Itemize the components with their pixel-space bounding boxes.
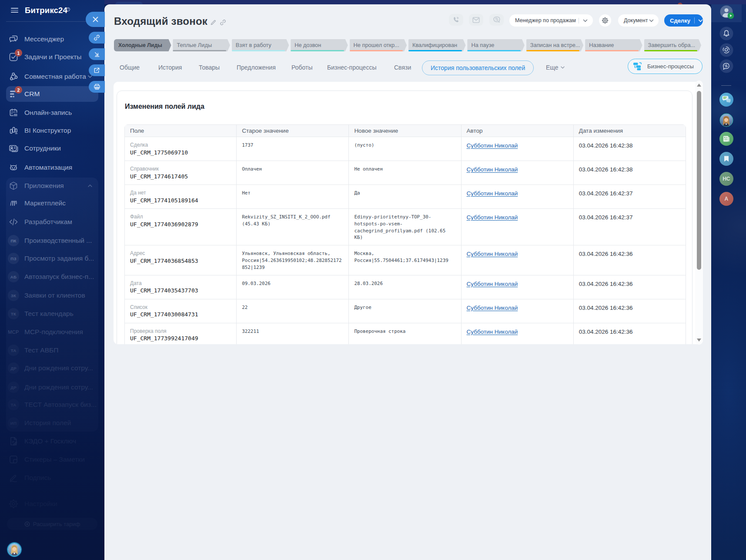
col-header-4: Автор bbox=[461, 125, 573, 137]
tab-5[interactable]: Роботы bbox=[291, 64, 312, 71]
author-link[interactable]: Субботин Николай bbox=[467, 305, 518, 311]
copilot-button[interactable] bbox=[719, 43, 733, 57]
sidebar-item-6[interactable]: BI Конструктор bbox=[6, 123, 98, 138]
sidebar-item-3[interactable]: Совместная работа bbox=[6, 69, 98, 84]
assignee-select[interactable]: Менеджер по продажам bbox=[509, 14, 593, 27]
tab-user-fields-history[interactable]: История пользовательских полей bbox=[422, 60, 534, 75]
stage-3[interactable]: Взят в работу bbox=[232, 39, 289, 51]
stage-10[interactable]: Завершить обра... bbox=[644, 39, 702, 51]
sidebar-item-18[interactable]: ТА Тест АВБП bbox=[6, 342, 98, 358]
author-link[interactable]: Субботин Николай bbox=[467, 190, 518, 197]
brand-logo[interactable]: Битрикс24 bbox=[25, 6, 67, 15]
field-history-table: ПолеСтарое значениеНовое значениеАвторДа… bbox=[124, 124, 686, 344]
call-button[interactable] bbox=[449, 14, 463, 26]
collapse-button[interactable] bbox=[89, 48, 105, 60]
sidebar-item-23[interactable]: КЭДО + Госключ bbox=[6, 433, 98, 449]
close-icon bbox=[92, 16, 99, 23]
stage-6[interactable]: Квалифицирован bbox=[408, 39, 466, 51]
scroll-up-arrow[interactable] bbox=[697, 84, 701, 87]
sidebar-item-24[interactable]: Стикеры – Заметки bbox=[6, 452, 98, 467]
bookmark-shortcut[interactable] bbox=[719, 152, 733, 166]
notifications-bell[interactable] bbox=[719, 27, 733, 40]
sidebar-item-5[interactable]: Онлайн-запись bbox=[6, 105, 98, 121]
stage-8[interactable]: Записан на встре... bbox=[526, 39, 584, 51]
author-link[interactable]: Субботин Николай bbox=[467, 329, 518, 335]
employees-icon bbox=[8, 143, 19, 154]
sidebar-item-19[interactable]: ДР Дни рождения сотру... bbox=[6, 360, 98, 376]
sidebar-item-9[interactable]: Приложения bbox=[6, 178, 98, 194]
author-link[interactable]: Субботин Николай bbox=[467, 142, 518, 149]
print-button[interactable] bbox=[89, 81, 105, 93]
sidebar-item-16[interactable]: ТК Тест календарь bbox=[6, 306, 98, 322]
tab-6[interactable]: Бизнес-процессы bbox=[327, 64, 376, 71]
scrollbar-thumb[interactable] bbox=[697, 91, 701, 270]
author-link[interactable]: Субботин Николай bbox=[467, 281, 518, 287]
close-slider-button[interactable] bbox=[86, 12, 105, 27]
content-scrollbar[interactable] bbox=[695, 80, 703, 345]
rocket-icon bbox=[24, 521, 30, 527]
create-deal-button[interactable]: Сделку bbox=[664, 14, 703, 27]
tab-3[interactable]: Товары bbox=[199, 64, 220, 71]
arrow-corner-icon bbox=[94, 51, 100, 57]
stage-2[interactable]: Теплые Лиды bbox=[173, 39, 230, 51]
sidebar-item-12[interactable]: ПК Производственный ... bbox=[6, 233, 98, 248]
cell-new-value: Да bbox=[349, 185, 461, 209]
user-hc-shortcut[interactable]: НС bbox=[719, 172, 733, 186]
business-process-button[interactable]: Бизнес-процессы bbox=[628, 59, 703, 74]
stage-color-bar bbox=[644, 50, 698, 51]
sidebar-item-1[interactable]: Мессенджер bbox=[6, 31, 98, 47]
sidebar-item-26[interactable]: Настройки bbox=[6, 496, 98, 512]
expand-plan-button[interactable]: Расширить тариф bbox=[7, 518, 97, 530]
sidebar-item-11[interactable]: Разработчикам bbox=[6, 214, 98, 230]
cell-new-value: Москва, Россия|55.7504461;37.6174943|123… bbox=[349, 245, 461, 275]
tab-7[interactable]: Связи bbox=[394, 64, 411, 71]
sidebar-item-25[interactable]: Подпись bbox=[6, 470, 98, 486]
sidebar-item-label: Маркетплейс bbox=[24, 199, 66, 207]
sidebar-item-4[interactable]: 2 CRM bbox=[6, 86, 98, 102]
sidebar-item-13[interactable]: ПЗ Просмотр задания б... bbox=[6, 251, 98, 266]
email-button[interactable] bbox=[469, 14, 483, 26]
sidebar-item-17[interactable]: МСР МСР-подключения bbox=[6, 324, 98, 340]
sidebar-item-15[interactable]: ЗК Заявки от клиентов bbox=[6, 288, 98, 303]
sidebar-item-14[interactable]: АБ Автозапуск бизнес-п... bbox=[6, 269, 98, 285]
sidebar-item-10[interactable]: Маркетплейс bbox=[6, 195, 98, 211]
menu-burger-icon[interactable] bbox=[11, 8, 18, 13]
edit-title-icon[interactable] bbox=[210, 19, 217, 26]
copy-title-link-icon[interactable] bbox=[220, 19, 226, 26]
document-button[interactable]: Документ bbox=[618, 14, 659, 27]
tab-more[interactable]: Еще bbox=[546, 64, 565, 71]
author-link[interactable]: Субботин Николай bbox=[467, 166, 518, 173]
sidebar-item-8[interactable]: Автоматизация bbox=[6, 160, 98, 175]
user-photo-shortcut[interactable] bbox=[719, 114, 733, 127]
author-link[interactable]: Субботин Николай bbox=[467, 214, 518, 221]
stage-9[interactable]: Название bbox=[585, 39, 642, 51]
chat-button[interactable] bbox=[489, 14, 504, 26]
scroll-down-arrow[interactable] bbox=[697, 339, 701, 342]
settings-button[interactable] bbox=[599, 14, 611, 27]
tab-4[interactable]: Предложения bbox=[237, 64, 276, 71]
tab-2[interactable]: История bbox=[158, 64, 182, 71]
notification-badge: 2 bbox=[15, 86, 22, 94]
user-a-shortcut[interactable]: А bbox=[719, 192, 733, 206]
sidebar-item-label: Заявки от клиентов bbox=[24, 292, 85, 299]
sidebar-item-20[interactable]: ДР Дни рождения сотру... bbox=[6, 379, 98, 395]
sidebar-item-7[interactable]: Сотрудники bbox=[6, 141, 98, 156]
profile-avatar[interactable] bbox=[720, 6, 733, 18]
author-link[interactable]: Субботин Николай bbox=[467, 251, 518, 257]
cell-old-value: Нет bbox=[237, 185, 349, 209]
tab-1[interactable]: Общие bbox=[120, 64, 140, 71]
stage-5[interactable]: Не прошел откр... bbox=[350, 39, 407, 51]
sidebar-item-22[interactable]: ИП История полей bbox=[6, 415, 98, 431]
sidebar-item-2[interactable]: 1 Задачи и Проекты bbox=[6, 49, 98, 65]
stage-7[interactable]: На паузе bbox=[467, 39, 525, 51]
toolbar-divider bbox=[721, 85, 731, 86]
open-new-window-button[interactable] bbox=[89, 64, 105, 76]
copy-link-button[interactable] bbox=[89, 32, 105, 44]
stage-4[interactable]: Не дозвон bbox=[291, 39, 348, 51]
chat-transfer-button[interactable] bbox=[719, 60, 733, 73]
messenger-shortcut[interactable] bbox=[719, 93, 733, 107]
sidebar-user-avatar[interactable] bbox=[7, 543, 21, 557]
stage-1[interactable]: Холодные Лиды bbox=[114, 39, 171, 51]
sidebar-item-21[interactable]: ТА ТЕСТ Автозапуск биз... bbox=[6, 397, 98, 412]
news-shortcut[interactable] bbox=[719, 132, 733, 146]
